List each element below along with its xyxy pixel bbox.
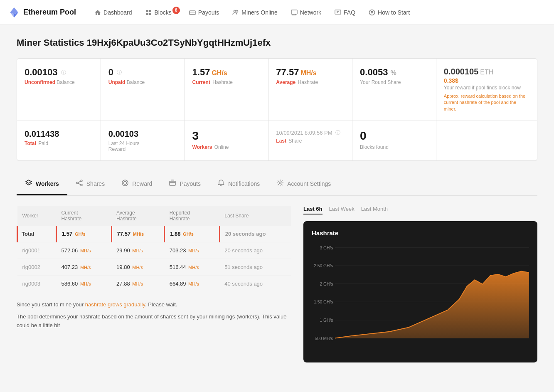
average-hashrate-value: 77.57 MH/s: [276, 67, 345, 78]
gear-icon: [276, 179, 284, 188]
stat-last-share: 10/09/2021 8:09:56 PM ⓘ Last Share: [268, 121, 352, 160]
nav-dashboard[interactable]: Dashboard: [89, 6, 138, 19]
svg-line-17: [78, 181, 81, 182]
chart-fill: [335, 271, 529, 338]
unpaid-balance-info[interactable]: ⓘ: [117, 69, 122, 76]
current-hashrate-value: 1.57 GH/s: [192, 67, 261, 78]
table-row: rig0001 572.06 MH/s 29.90 MH/s 703.23 MH…: [17, 242, 291, 259]
col-last-share: Last Share: [219, 206, 291, 226]
nav-blocks[interactable]: Blocks 8: [140, 6, 182, 19]
svg-rect-5: [146, 13, 148, 15]
svg-point-22: [279, 182, 281, 184]
chart-svg: 3 GH/s 2.50 GH/s 2 GH/s 1.50 GH/s 1 GH/s…: [312, 243, 529, 355]
stat-total-paid: 0.011438 Total Paid: [17, 121, 101, 160]
total-reported: 1.88 GH/s: [165, 226, 220, 242]
unconfirmed-balance-label: Unconfirmed Balance: [25, 79, 93, 85]
table-row: rig0003 586.60 MH/s 27.88 MH/s 664.89 MH…: [17, 276, 291, 292]
nav-how-to-start[interactable]: How to Start: [363, 6, 416, 19]
total-last-share: 20 seconds ago: [219, 226, 291, 242]
reward-icon: [121, 179, 129, 188]
time-tab-lastweek[interactable]: Last Week: [329, 206, 355, 214]
row3-last-share: 40 seconds ago: [219, 276, 291, 292]
col-average-hashrate: AverageHashrate: [111, 206, 165, 226]
stat-unconfirmed-balance: 0.00103 ⓘ Unconfirmed Balance: [17, 59, 101, 121]
workers-label: Workers Online: [192, 144, 261, 150]
stat-round-share: 0.0053 % Your Round Share: [352, 59, 436, 121]
row3-current: 586.60 MH/s: [56, 276, 111, 292]
tab-notifications[interactable]: Notifications: [209, 173, 268, 195]
logo[interactable]: Ethereum Pool: [8, 7, 76, 18]
row1-average: 29.90 MH/s: [111, 242, 165, 259]
blocks-found-label: Blocks found: [360, 144, 428, 150]
miners-icon: [232, 9, 239, 16]
average-hashrate-label: Average Hashrate: [276, 79, 345, 85]
ethereum-icon: [8, 7, 20, 18]
chart-title: Hashrate: [312, 229, 529, 237]
nav-network[interactable]: Network: [285, 6, 327, 19]
row3-reported: 664.89 MH/s: [165, 276, 220, 292]
blocks-icon: [145, 9, 152, 16]
total-average: 77.57 MH/s: [111, 226, 165, 242]
row2-reported: 516.44 MH/s: [165, 259, 220, 276]
svg-rect-11: [335, 10, 341, 14]
row1-last-share: 20 seconds ago: [219, 242, 291, 259]
svg-rect-6: [149, 13, 151, 15]
help-icon: [369, 9, 375, 16]
last24-label: Last 24 Hours Reward: [108, 141, 177, 152]
hashrate-chart: Hashrate 3 GH/s 2.50 GH/s 2 GH/s: [303, 221, 537, 362]
svg-text:2 GH/s: 2 GH/s: [320, 281, 333, 286]
stat-average-hashrate: 77.57 MH/s Average Hashrate: [268, 59, 352, 121]
usd-value: 0.38$: [444, 77, 529, 84]
chart-area: 3 GH/s 2.50 GH/s 2 GH/s 1.50 GH/s 1 GH/s…: [312, 243, 529, 355]
page-title: Miner Statistics 19Hxj6KpaUu3Co2TSyNbYgq…: [17, 37, 537, 48]
stat-unpaid-balance: 0 ⓘ Unpaid Balance: [101, 59, 185, 121]
eth-unit: ETH: [480, 69, 493, 76]
stats-row-1: 0.00103 ⓘ Unconfirmed Balance 0 ⓘ Unpaid…: [17, 58, 537, 121]
stat-workers-online: 3 Workers Online: [185, 121, 269, 160]
svg-rect-10: [291, 10, 297, 14]
svg-point-13: [372, 14, 372, 15]
eth-value: 0.000105: [444, 67, 478, 76]
last-share-info[interactable]: ⓘ: [335, 129, 340, 136]
row1-reported: 703.23 MH/s: [165, 242, 220, 259]
last-share-value: 10/09/2021 8:09:56 PM: [276, 130, 332, 136]
wallet-icon: [169, 179, 176, 188]
svg-point-19: [122, 180, 128, 186]
nav-faq[interactable]: FAQ: [329, 6, 361, 19]
table-header: Worker CurrentHashrate AverageHashrate R…: [17, 206, 291, 226]
unconfirmed-balance-info[interactable]: ⓘ: [61, 69, 66, 76]
svg-text:3 GH/s: 3 GH/s: [320, 245, 333, 250]
tab-payouts[interactable]: Payouts: [160, 173, 209, 195]
nav-payouts[interactable]: Payouts: [183, 6, 225, 19]
workers-value: 3: [192, 129, 261, 143]
tab-account-settings[interactable]: Account Settings: [268, 173, 339, 195]
svg-rect-3: [146, 10, 148, 12]
svg-rect-7: [190, 11, 195, 15]
round-share-value: 0.0053 %: [360, 67, 428, 78]
note-section: Since you start to mine your hashrate gr…: [17, 301, 291, 330]
approx-text: Approx. reward calculation based on the …: [444, 93, 529, 112]
reward-label: Your reward if pool finds block now: [444, 85, 529, 91]
total-worker: Total: [17, 226, 57, 242]
unpaid-balance-value: 0: [108, 67, 113, 78]
tab-shares[interactable]: Shares: [67, 173, 113, 195]
section-tabs: Workers Shares Reward Payouts Notificati…: [17, 173, 537, 196]
note-1: Since you start to mine your hashrate gr…: [17, 301, 291, 309]
hashrate-link[interactable]: hashrate grows gradually: [85, 301, 145, 308]
unconfirmed-balance-value: 0.00103: [25, 67, 58, 78]
row1-worker: rig0001: [17, 242, 57, 259]
blocks-found-value: 0: [360, 129, 428, 143]
time-tab-lastmonth[interactable]: Last Month: [361, 206, 388, 214]
total-paid-value: 0.011438: [25, 129, 93, 139]
tab-reward[interactable]: Reward: [113, 173, 160, 195]
nav-miners-online[interactable]: Miners Online: [227, 6, 283, 19]
svg-text:500 MH/s: 500 MH/s: [315, 335, 333, 341]
blocks-badge: 8: [172, 7, 180, 14]
tab-workers[interactable]: Workers: [17, 173, 67, 195]
time-tab-last6h[interactable]: Last 6h: [303, 206, 323, 214]
stat-placeholder: [436, 121, 537, 160]
row2-average: 19.80 MH/s: [111, 259, 165, 276]
current-hashrate-label: Current Hashrate: [192, 79, 261, 85]
main-nav: Dashboard Blocks 8 Payouts Miners Online…: [89, 6, 416, 19]
home-icon: [94, 9, 101, 16]
